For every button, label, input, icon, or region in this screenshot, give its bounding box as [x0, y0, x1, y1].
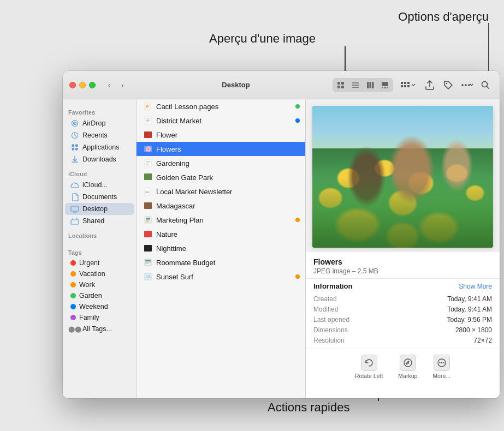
minimize-button[interactable]	[79, 82, 86, 88]
view-gallery-button[interactable]	[378, 79, 392, 91]
sidebar-item-tag-urgent[interactable]: Urgent	[65, 258, 134, 268]
shared-label: Shared	[82, 217, 104, 225]
sidebar-item-tag-all[interactable]: ⬤⬤ All Tags...	[65, 323, 134, 335]
preview-image	[312, 106, 493, 248]
more-options-button[interactable]	[459, 77, 475, 93]
file-row[interactable]: Marketing Plan	[137, 213, 305, 227]
tag-garden-label: Garden	[79, 292, 102, 300]
tag-button[interactable]	[441, 77, 456, 93]
file-row[interactable]: SS Sunset Surf	[137, 270, 305, 284]
sidebar-item-tag-vacation[interactable]: Vacation	[65, 268, 134, 279]
stems-layer	[312, 177, 493, 248]
documents-icon	[70, 193, 79, 201]
tag-garden-dot	[70, 293, 76, 298]
svg-rect-7	[367, 82, 369, 88]
tag-work-dot	[70, 282, 76, 288]
info-row-created: Created Today, 9:41 AM	[313, 294, 492, 304]
rotate-left-button[interactable]: Rotate Left	[355, 355, 383, 379]
file-indicator	[295, 274, 300, 279]
svg-text:NL: NL	[145, 190, 150, 194]
svg-rect-0	[337, 82, 340, 85]
group-view-button[interactable]	[398, 80, 419, 90]
svg-rect-65	[145, 261, 151, 262]
svg-rect-67	[145, 264, 149, 264]
sidebar-item-tag-work[interactable]: Work	[65, 279, 134, 290]
sidebar-item-icloud[interactable]: iCloud...	[65, 179, 134, 191]
view-column-button[interactable]	[363, 79, 377, 91]
maximize-button[interactable]	[89, 82, 96, 88]
share-button[interactable]	[422, 77, 437, 93]
more-button[interactable]: More...	[432, 355, 450, 379]
svg-rect-13	[387, 87, 388, 88]
svg-point-20	[446, 82, 447, 83]
file-row[interactable]: P Cacti Lesson.pages	[137, 99, 305, 113]
file-icon	[143, 116, 153, 125]
shared-icon	[70, 217, 79, 225]
file-name: Flower	[156, 131, 300, 139]
file-row[interactable]: NL Local Market Newsletter	[137, 184, 305, 199]
sidebar-item-recents[interactable]: Recents	[65, 129, 134, 141]
file-row[interactable]: Gardening	[137, 156, 305, 170]
file-row[interactable]: Golden Gate Park	[137, 170, 305, 184]
file-row[interactable]: District Market	[137, 113, 305, 128]
tag-all-label: All Tags...	[82, 325, 112, 333]
svg-rect-15	[401, 85, 403, 87]
info-title: Information	[313, 282, 353, 290]
sidebar-item-tag-garden[interactable]: Garden	[65, 290, 134, 301]
desktop-icon	[70, 205, 79, 213]
svg-rect-64	[145, 260, 151, 261]
sidebar-item-downloads[interactable]: Downloads	[65, 153, 134, 165]
applications-icon	[70, 143, 79, 152]
sidebar-item-shared[interactable]: Shared	[65, 215, 134, 227]
show-more-button[interactable]: Show More	[459, 283, 492, 290]
sidebar-item-tag-family[interactable]: Family	[65, 312, 134, 323]
sidebar-item-documents[interactable]: Documents	[65, 191, 134, 203]
file-row[interactable]: Nighttime	[137, 241, 305, 255]
tag-work-label: Work	[79, 281, 95, 289]
locations-header: Locations	[63, 227, 136, 241]
desktop-label: Desktop	[82, 205, 108, 213]
svg-text:SS: SS	[145, 275, 151, 279]
sidebar-item-applications[interactable]: Applications	[65, 141, 134, 153]
file-icon	[143, 258, 153, 267]
view-list-button[interactable]	[348, 79, 363, 91]
svg-rect-2	[337, 86, 340, 88]
icloud-header: iCloud	[63, 165, 136, 179]
dimensions-label: Dimensions	[313, 326, 348, 334]
tags-header: Tags	[63, 244, 136, 258]
file-row[interactable]: Roommate Budget	[137, 255, 305, 270]
svg-rect-62	[144, 245, 152, 252]
content-area: Favorites AirDrop Recents	[63, 99, 500, 398]
file-row[interactable]: Nature	[137, 227, 305, 241]
svg-rect-33	[75, 148, 78, 151]
file-name: Gardening	[156, 159, 300, 167]
info-section: Information Show More Created Today, 9:4…	[306, 278, 500, 349]
file-name: Golden Gate Park	[156, 173, 300, 182]
file-row-selected[interactable]: 🌸 Flowers	[137, 142, 305, 156]
markup-button[interactable]: Markup	[398, 355, 417, 379]
recents-icon	[70, 131, 79, 140]
actions-rapides-label: Actions rapides	[268, 400, 349, 415]
tag-vacation-label: Vacation	[79, 270, 105, 278]
close-button[interactable]	[69, 82, 76, 88]
search-button[interactable]	[478, 77, 493, 93]
file-info: Flowers JPEG image – 2.5 MB	[306, 252, 500, 278]
svg-point-21	[461, 84, 464, 86]
sidebar-item-tag-weekend[interactable]: Weekend	[65, 301, 134, 312]
options-apercu-label: Options d'aperçu	[398, 10, 489, 24]
svg-rect-58	[146, 218, 150, 219]
file-icon	[143, 201, 153, 211]
file-row[interactable]: Flower	[137, 128, 305, 142]
apercu-image-label: Aperçu d'une image	[209, 32, 316, 46]
file-row[interactable]: Madagascar	[137, 199, 305, 213]
info-row-dimensions: Dimensions 2800 × 1800	[313, 325, 492, 335]
svg-point-71	[407, 362, 408, 363]
sidebar-item-airdrop[interactable]: AirDrop	[65, 117, 134, 129]
view-grid-button[interactable]	[334, 79, 348, 91]
markup-label: Markup	[398, 373, 417, 379]
svg-rect-18	[407, 82, 410, 84]
rotate-left-icon	[361, 355, 377, 371]
svg-rect-11	[382, 87, 383, 88]
sidebar-item-desktop[interactable]: Desktop	[65, 203, 134, 215]
applications-label: Applications	[82, 143, 119, 151]
